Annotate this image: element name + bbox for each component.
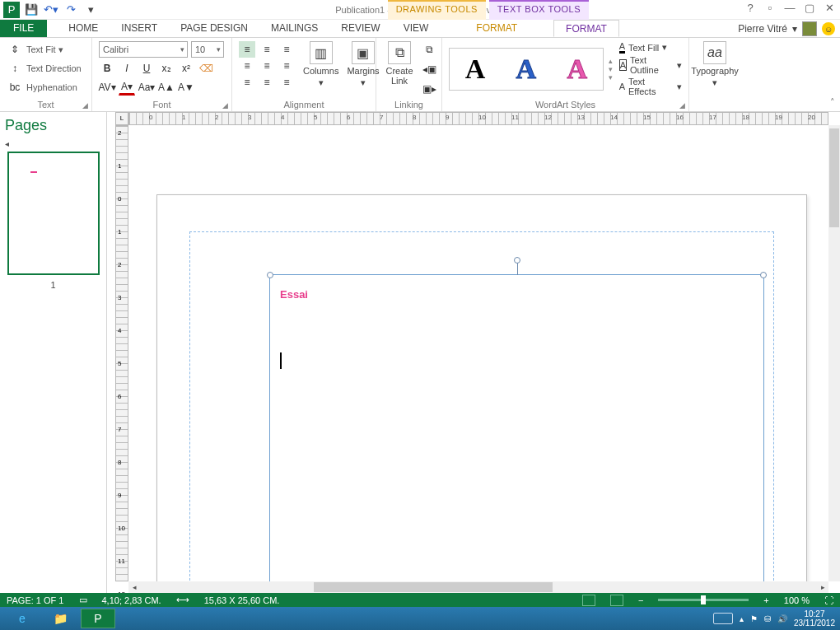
vscroll-thumb[interactable] (829, 128, 839, 227)
text-fill-button[interactable]: AText Fill▾ (619, 41, 682, 54)
resize-handle-nw[interactable] (267, 272, 273, 278)
user-name[interactable]: Pierre Vitré (738, 23, 787, 35)
resize-handle-ne[interactable] (760, 272, 767, 278)
change-case-button[interactable]: Aa▾ (138, 79, 155, 96)
zoom-slider[interactable] (658, 599, 749, 601)
bold-button[interactable]: B (99, 60, 115, 77)
wordart-dialog-icon[interactable]: ◢ (679, 101, 685, 110)
columns-button[interactable]: ▥ Columns▾ (303, 41, 338, 91)
gallery-more-icon[interactable]: ▾ (609, 73, 613, 82)
zoom-out-button[interactable]: − (638, 595, 643, 605)
align-bot-center-button[interactable]: ≡ (259, 74, 275, 91)
rotation-handle[interactable] (514, 257, 520, 264)
align-top-right-button[interactable]: ≡ (278, 41, 295, 58)
tab-drawing-format[interactable]: FORMAT (464, 20, 529, 37)
break-link-icon[interactable]: ⧉ (421, 41, 437, 58)
tab-view[interactable]: VIEW (392, 20, 441, 37)
pages-collapse-icon[interactable]: ◂ (5, 139, 101, 148)
taskbar-publisher-icon[interactable]: P (81, 609, 115, 628)
close-icon[interactable]: ✕ (822, 2, 837, 14)
text-direction-icon[interactable]: ↕ (7, 60, 23, 77)
subscript-button[interactable]: x₂ (158, 60, 175, 77)
align-top-left-button[interactable]: ≡ (239, 41, 255, 58)
hyphenation-button[interactable]: Hyphenation (26, 82, 77, 92)
user-avatar[interactable] (802, 21, 817, 36)
typography-button[interactable]: aa Typography▾ (696, 41, 734, 88)
status-page[interactable]: PAGE: 1 OF 1 (7, 595, 64, 605)
tab-home[interactable]: HOME (57, 20, 110, 37)
hscroll-left-icon[interactable]: ◂ (128, 581, 140, 593)
restore-icon[interactable]: ▢ (802, 2, 817, 14)
tray-volume-icon[interactable]: 🔊 (777, 614, 787, 623)
align-bot-right-button[interactable]: ≡ (278, 74, 295, 91)
undo-icon[interactable]: ↶▾ (43, 2, 59, 18)
collapse-ribbon-icon[interactable]: ˄ (830, 97, 835, 108)
qat-customize-icon[interactable]: ▾ (82, 2, 99, 18)
page-thumbnail[interactable] (7, 152, 100, 275)
align-mid-left-button[interactable]: ≡ (239, 58, 255, 74)
tray-flag-icon[interactable]: ⚑ (750, 614, 758, 623)
align-mid-center-button[interactable]: ≡ (259, 58, 275, 74)
view-single-icon[interactable] (582, 595, 595, 606)
horizontal-ruler[interactable]: 0123456789101112131415161718192021 (128, 112, 828, 125)
tab-insert[interactable]: INSERT (110, 20, 169, 37)
wordart-style-1[interactable]: A (465, 54, 486, 85)
ribbon-options-icon[interactable]: ▫ (763, 2, 777, 14)
prev-link-icon[interactable]: ◂▣ (421, 61, 437, 77)
next-link-icon[interactable]: ▣▸ (421, 81, 437, 97)
superscript-button[interactable]: x² (178, 60, 194, 77)
minimize-icon[interactable]: — (782, 2, 797, 14)
text-direction-button[interactable]: Text Direction (26, 63, 82, 73)
clock[interactable]: 10:27 23/11/2012 (794, 609, 835, 628)
redo-icon[interactable]: ↷ (63, 2, 79, 18)
user-dropdown-icon[interactable]: ▾ (792, 23, 797, 35)
feedback-icon[interactable]: ☺ (822, 22, 835, 35)
keyboard-icon[interactable] (713, 613, 733, 624)
ruler-corner[interactable]: L (115, 112, 128, 125)
char-spacing-button[interactable]: AV▾ (99, 79, 115, 96)
tray-network-icon[interactable]: ⛁ (764, 614, 771, 623)
grow-font-button[interactable]: A▲ (158, 79, 175, 96)
gallery-down-icon[interactable]: ▾ (609, 65, 613, 73)
text-dialog-icon[interactable]: ◢ (82, 101, 88, 110)
chevron-down-icon[interactable]: ▾ (58, 44, 63, 55)
clear-format-icon[interactable]: ⌫ (198, 60, 214, 77)
hyphenation-icon[interactable]: bc (7, 79, 23, 96)
help-icon[interactable]: ? (743, 2, 758, 14)
font-size-select[interactable]: 10 (191, 41, 224, 58)
hscroll-right-icon[interactable]: ▸ (817, 581, 828, 593)
wordart-gallery[interactable]: A A A (449, 48, 604, 91)
taskbar-explorer-icon[interactable]: 📁 (43, 609, 77, 628)
align-mid-right-button[interactable]: ≡ (278, 58, 295, 74)
tab-textbox-format[interactable]: FORMAT (553, 20, 619, 37)
align-bot-left-button[interactable]: ≡ (239, 74, 255, 91)
shrink-font-button[interactable]: A▼ (178, 79, 194, 96)
align-top-center-button[interactable]: ≡ (259, 41, 275, 58)
tab-review[interactable]: REVIEW (329, 20, 391, 37)
vertical-scrollbar[interactable] (828, 125, 840, 581)
text-box[interactable]: Essai (269, 274, 764, 593)
horizontal-scrollbar[interactable]: ◂ ▸ (128, 581, 828, 593)
zoom-percent[interactable]: 100 % (784, 595, 810, 605)
taskbar-ie-icon[interactable]: e (5, 609, 40, 628)
text-fit-button[interactable]: Text Fit (26, 44, 55, 54)
tab-file[interactable]: FILE (0, 20, 47, 37)
zoom-in-button[interactable]: + (763, 595, 768, 605)
tray-arrow-icon[interactable]: ▴ (740, 614, 744, 623)
hscroll-thumb[interactable] (314, 582, 553, 592)
view-spread-icon[interactable] (610, 595, 623, 606)
font-family-select[interactable]: Calibri (99, 41, 188, 58)
vertical-ruler[interactable]: 210123456789101112 (115, 125, 128, 581)
margins-button[interactable]: ▣ Margins▾ (347, 41, 379, 91)
wordart-style-3[interactable]: A (567, 54, 587, 85)
text-fit-icon[interactable]: ⇕ (7, 41, 23, 58)
font-dialog-icon[interactable]: ◢ (222, 101, 228, 110)
font-color-button[interactable]: A▾ (119, 79, 135, 96)
tab-mailings[interactable]: MAILINGS (259, 20, 329, 37)
tab-page-design[interactable]: PAGE DESIGN (169, 20, 259, 37)
fit-page-icon[interactable]: ⛶ (824, 595, 833, 605)
italic-button[interactable]: I (119, 60, 135, 77)
wordart-style-2[interactable]: A (516, 54, 537, 85)
underline-button[interactable]: U (138, 60, 155, 77)
text-outline-button[interactable]: AText Outline▾ (619, 55, 682, 75)
